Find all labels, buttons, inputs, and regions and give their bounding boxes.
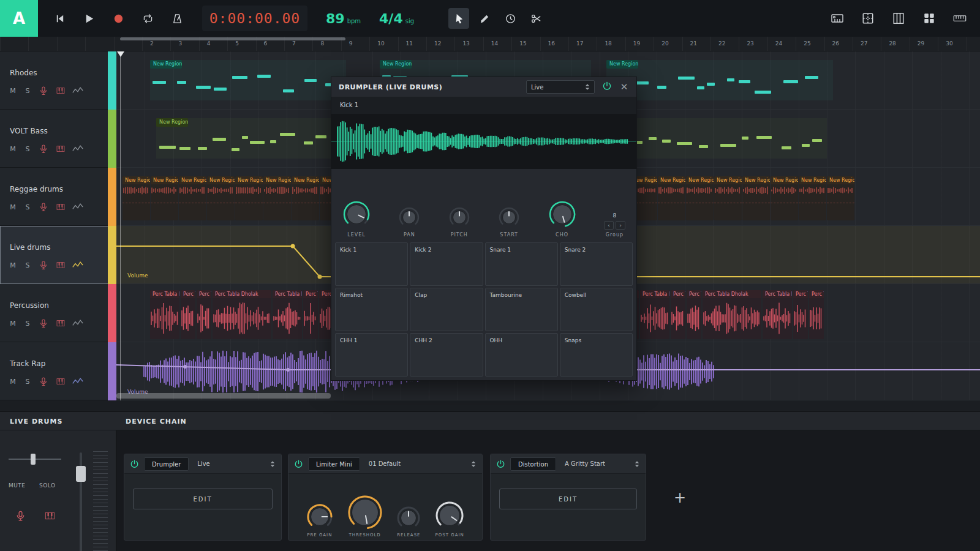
track-instrument-icon[interactable] [55, 260, 66, 270]
audio-clip[interactable]: Perc Tabla Dholak [793, 290, 808, 339]
plugin-close-button[interactable]: ✕ [619, 82, 629, 92]
knob-pre-gain[interactable]: PRE GAIN [306, 503, 333, 538]
device-power-button[interactable] [491, 459, 510, 468]
keyboard-view-icon[interactable] [949, 8, 970, 29]
device-power-button[interactable] [124, 459, 144, 468]
knob-release[interactable]: RELEASE [396, 506, 421, 538]
device-power-button[interactable] [288, 459, 308, 468]
audio-clip[interactable]: Perc Tabla Dholak [687, 290, 701, 339]
knob-dial[interactable] [398, 206, 420, 228]
instrument-view-icon[interactable] [827, 8, 848, 29]
app-logo[interactable]: A [0, 0, 38, 37]
audio-clip[interactable]: New Region [179, 176, 206, 220]
drum-pad-rimshot[interactable]: Rimshot [335, 288, 408, 331]
track-header-percussion[interactable]: PercussionMS [0, 284, 116, 342]
audio-clip[interactable]: Perc Tabla Dholak [150, 290, 179, 339]
track-header-volt-bass[interactable]: VOLT BassMS [0, 110, 116, 168]
plugin-header[interactable]: DRUMPLER (LIVE DRUMS) Live ✕ [331, 77, 636, 97]
plugin-preset-select[interactable]: Live [526, 80, 595, 94]
track-mute-button[interactable]: M [9, 261, 17, 269]
drum-pad-snare-1[interactable]: Snare 1 [485, 242, 558, 286]
add-device-button[interactable]: + [671, 489, 689, 507]
track-solo-button[interactable]: S [23, 145, 32, 153]
instrument-piano-icon[interactable] [44, 510, 56, 524]
drum-pad-snare-2[interactable]: Snare 2 [560, 242, 633, 286]
track-arm-mic-icon[interactable] [38, 318, 49, 328]
track-solo-button[interactable]: S [23, 261, 32, 269]
pencil-tool-button[interactable] [474, 8, 495, 29]
solo-button[interactable]: SOLO [39, 482, 56, 489]
audio-clip[interactable]: Perc Tabla Dholak [763, 290, 792, 339]
audio-clip[interactable]: Perc Tabla Dholak [671, 290, 685, 339]
track-arm-mic-icon[interactable] [38, 86, 49, 96]
midi-region[interactable] [606, 60, 833, 100]
track-mute-button[interactable]: M [9, 145, 17, 153]
track-automation-icon[interactable] [72, 318, 83, 328]
region-label-tab[interactable]: New Region [156, 118, 188, 127]
region-label-tab[interactable]: New Region [380, 60, 412, 69]
track-automation-icon[interactable] [72, 144, 83, 154]
drum-pad-tambourine[interactable]: Tambourine [485, 288, 558, 331]
timeline-horizontal-scrollbar[interactable] [116, 393, 331, 399]
device-preset-select[interactable]: 01 Default [365, 460, 482, 468]
drum-pad-cowbell[interactable]: Cowbell [560, 288, 633, 331]
audio-clip[interactable]: New Region [714, 176, 742, 220]
audio-clip[interactable]: New Region [151, 176, 178, 220]
knob-dial[interactable] [448, 206, 470, 228]
knob-dial[interactable] [548, 200, 576, 228]
audio-clip[interactable]: New Region [771, 176, 798, 220]
track-header-rhodes[interactable]: RhodesMS [0, 51, 116, 110]
plugin-power-button[interactable] [602, 81, 612, 93]
drum-pad-chh-2[interactable]: CHH 2 [410, 333, 483, 377]
knob-dial[interactable] [396, 506, 421, 530]
drum-pad-ohh[interactable]: OHH [485, 333, 558, 377]
mute-button[interactable]: MUTE [9, 482, 26, 489]
audio-clip[interactable]: Perc Tabla Dholak [703, 290, 761, 339]
drum-pad-kick-1[interactable]: Kick 1 [335, 242, 408, 286]
knob-dial[interactable] [347, 495, 383, 530]
track-automation-icon[interactable] [72, 377, 83, 386]
split-tool-button[interactable] [526, 8, 546, 29]
device-edit-button[interactable]: EDIT [133, 489, 273, 509]
track-solo-button[interactable]: S [23, 87, 32, 95]
group-next-button[interactable]: › [616, 221, 625, 230]
audio-clip[interactable]: Perc Tabla Dholak [809, 290, 824, 339]
audio-clip[interactable]: New Region [742, 176, 770, 220]
track-header-track-rap[interactable]: Track RapMS [0, 342, 116, 400]
knob-pan[interactable]: PAN [398, 206, 420, 238]
record-button[interactable] [108, 8, 129, 29]
device-preset-select[interactable]: A Gritty Start [561, 460, 646, 468]
track-header-reggae-drums[interactable]: Reggae drumsMS [0, 168, 116, 226]
time-signature-display[interactable]: 4/4 sig [379, 11, 414, 26]
track-automation-icon[interactable] [72, 260, 83, 270]
device-name[interactable]: Distortion [510, 457, 556, 471]
track-mute-button[interactable]: M [9, 378, 17, 386]
play-button[interactable] [78, 8, 99, 29]
knob-pitch[interactable]: PITCH [448, 206, 470, 238]
knob-post-gain[interactable]: POST GAIN [435, 501, 464, 538]
time-tool-button[interactable] [500, 8, 521, 29]
audio-clip[interactable]: Perc Tabla Dholak [640, 290, 669, 339]
knob-start[interactable]: START [498, 206, 520, 238]
region-label-tab[interactable]: New Region [606, 60, 638, 69]
knob-dial[interactable] [498, 206, 520, 228]
drum-pad-snaps[interactable]: Snaps [560, 333, 633, 377]
track-instrument-icon[interactable] [55, 377, 66, 386]
pan-slider-thumb[interactable] [31, 454, 36, 465]
playhead-marker[interactable] [117, 51, 124, 57]
track-automation-icon[interactable] [72, 86, 83, 96]
track-arm-mic-icon[interactable] [38, 144, 49, 154]
record-arm-mic-icon[interactable] [15, 510, 26, 524]
metronome-button[interactable] [167, 8, 187, 29]
audio-clip[interactable]: Perc Tabla Dholak [213, 290, 271, 339]
audio-clip[interactable]: New Region [263, 176, 291, 220]
track-mute-button[interactable]: M [9, 320, 17, 328]
track-arm-mic-icon[interactable] [38, 202, 49, 212]
skip-start-button[interactable] [49, 8, 70, 29]
audio-clip[interactable]: New Region [123, 176, 150, 220]
track-header-live-drums[interactable]: Live drumsMS [0, 226, 116, 284]
track-mute-button[interactable]: M [9, 87, 17, 95]
audio-clip[interactable]: New Region [235, 176, 263, 220]
loop-button[interactable] [137, 8, 158, 29]
drum-pad-kick-2[interactable]: Kick 2 [410, 242, 483, 286]
